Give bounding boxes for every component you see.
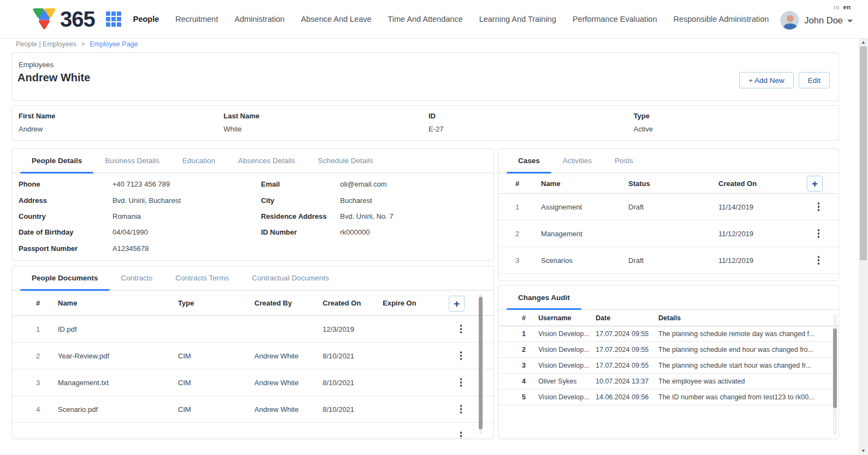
field-label: ID: [429, 112, 634, 120]
cell-date: 17.07.2024 09:55: [596, 362, 658, 369]
tab-schedule-details[interactable]: Schedule Details: [306, 149, 384, 172]
document-row[interactable]: 3 Management.txt CIM Andrew White 8/10/2…: [12, 369, 494, 396]
tab-contracts-terms[interactable]: Contracts Terms: [164, 266, 240, 290]
case-row[interactable]: 3 Scenarios Draft 11/12/2019: [498, 247, 839, 274]
col-created-on: Created On: [323, 299, 383, 307]
case-row[interactable]: 2 Management 11/12/2019: [498, 220, 839, 247]
tab-posts[interactable]: Posts: [603, 149, 645, 172]
cell-username: Vision Develop...: [538, 346, 596, 354]
add-case-button[interactable]: +: [807, 176, 823, 191]
cell-created-on: 12/3/2019: [323, 325, 383, 333]
user-name: John Doe: [804, 15, 843, 26]
documents-scrollbar[interactable]: [479, 294, 483, 434]
cases-table-header: # Name Status Created On +: [498, 173, 839, 194]
language-en[interactable]: en: [843, 4, 851, 10]
apps-grid-icon[interactable]: [106, 11, 121, 27]
nav-item-absence-and-leave[interactable]: Absence And Leave: [301, 15, 371, 23]
cell-created-on: 8/10/2021: [323, 379, 383, 387]
field-label: First Name: [19, 112, 224, 120]
document-row[interactable]: 1 ID.pdf 12/3/2019: [12, 316, 494, 343]
cell-created-on: 11/12/2019: [718, 230, 798, 238]
page-scrollbar-thumb[interactable]: [860, 46, 867, 260]
col-type: Type: [178, 299, 254, 307]
tab-business-details[interactable]: Business Details: [93, 149, 171, 172]
audit-row: 1 Vision Develop... 17.07.2024 09:55 The…: [498, 326, 839, 342]
document-row[interactable]: 2 Year-Review.pdf CIM Andrew White 8/10/…: [12, 343, 494, 369]
field-value: Active: [634, 125, 839, 133]
cell-status: Draft: [628, 203, 718, 211]
nav-item-recruitment[interactable]: Recruitment: [175, 15, 218, 23]
cell-username: Oliver Sykes: [538, 378, 596, 385]
nav-item-people[interactable]: People: [133, 15, 159, 23]
cell-username: Vision Develop...: [538, 362, 596, 369]
field-label-phone: Phone: [19, 180, 112, 188]
cell-type: CIM: [178, 352, 254, 360]
audit-scrollbar[interactable]: [833, 314, 837, 435]
tab-cases[interactable]: Cases: [507, 149, 551, 172]
add-new-button[interactable]: + Add New: [739, 72, 794, 88]
logo-triangles-icon: [32, 7, 57, 32]
tab-contracts[interactable]: Contracts: [110, 266, 164, 290]
field-label: Type: [634, 112, 839, 120]
cell-number: 2: [36, 352, 58, 360]
col-name: Name: [541, 179, 628, 188]
user-menu[interactable]: John Doe: [780, 11, 853, 30]
field-label-date-of-birthday: Date of Birthday: [19, 228, 112, 236]
cell-created-on: 11/12/2019: [718, 256, 798, 265]
col-date: Date: [596, 314, 658, 322]
cell-created-on: 8/10/2021: [323, 405, 383, 414]
field-value-residence-address: Bvd. Unirii, No. 7: [340, 212, 394, 220]
row-actions-menu-icon[interactable]: [816, 200, 822, 213]
case-row[interactable]: 1 Assignement Draft 11/14/2019: [498, 194, 839, 220]
field-value: E-27: [429, 125, 634, 133]
summary-field-last-name: Last Name White: [224, 112, 429, 133]
breadcrumb-current[interactable]: Employee Page: [90, 40, 138, 48]
breadcrumb-separator-icon: >: [81, 40, 85, 48]
nav-item-responsible-administration[interactable]: Responsible Administration: [673, 15, 769, 23]
tab-contractual-documents[interactable]: Contractual Documents: [240, 266, 340, 290]
nav-item-administration[interactable]: Administration: [234, 15, 284, 23]
cell-created-on: 8/10/2021: [323, 352, 383, 360]
document-row[interactable]: 4 Scenario.pdf CIM Andrew White 8/10/202…: [12, 396, 494, 423]
row-actions-menu-icon[interactable]: [458, 376, 465, 389]
field-value-email: oli@email.com: [340, 180, 387, 188]
breadcrumb-path[interactable]: People | Employees: [16, 40, 76, 48]
row-actions-menu-icon[interactable]: [816, 227, 822, 240]
row-actions-menu-icon[interactable]: [458, 403, 465, 416]
scroll-down-icon[interactable]: ▼: [859, 447, 868, 455]
cell-number: 3: [522, 362, 538, 369]
language-ro[interactable]: ro: [834, 4, 839, 10]
field-value-date-of-birthday: 04/04/1990: [112, 228, 148, 236]
field-value: White: [224, 125, 429, 133]
cell-number: 1: [522, 330, 538, 338]
field-value-phone: +40 7123 456 789: [112, 180, 170, 188]
documents-table-header: # Name Type Created By Created On Expire…: [12, 291, 494, 316]
nav-item-performance-evaluation[interactable]: Performance Evaluation: [573, 15, 657, 23]
tab-changes-audit[interactable]: Changes Audit: [507, 286, 581, 309]
nav-item-learning-and-training[interactable]: Learning And Training: [479, 15, 556, 23]
page-scrollbar[interactable]: ▲ ▼: [859, 39, 868, 455]
row-actions-menu-icon[interactable]: [458, 429, 465, 439]
tab-education[interactable]: Education: [171, 149, 227, 172]
tab-absences-details[interactable]: Absences Details: [227, 149, 306, 172]
edit-button[interactable]: Edit: [799, 72, 830, 88]
cell-name: Assignement: [541, 203, 628, 211]
cell-created-on: 11/14/2019: [718, 203, 798, 211]
nav-item-time-and-attendance[interactable]: Time And Attendance: [388, 15, 462, 23]
add-document-button[interactable]: +: [449, 296, 465, 312]
tab-people-documents[interactable]: People Documents: [20, 266, 110, 290]
cell-details: The planning schedule start hour was cha…: [658, 362, 833, 369]
field-label-country: Country: [19, 212, 112, 220]
app-logo[interactable]: 365: [32, 7, 95, 32]
tab-people-details[interactable]: People Details: [20, 149, 93, 172]
scroll-up-icon[interactable]: ▲: [859, 39, 868, 46]
document-row-partial[interactable]: [12, 423, 494, 439]
cell-details: The ID number was changed from test123 t…: [658, 393, 833, 401]
row-actions-menu-icon[interactable]: [816, 254, 822, 267]
row-actions-menu-icon[interactable]: [458, 349, 465, 362]
tab-activities[interactable]: Activities: [551, 149, 603, 172]
row-actions-menu-icon[interactable]: [458, 322, 465, 336]
cell-date: 17.07.2024 09:55: [596, 346, 658, 354]
chevron-down-icon: [847, 20, 853, 22]
cell-number: 1: [36, 325, 58, 333]
